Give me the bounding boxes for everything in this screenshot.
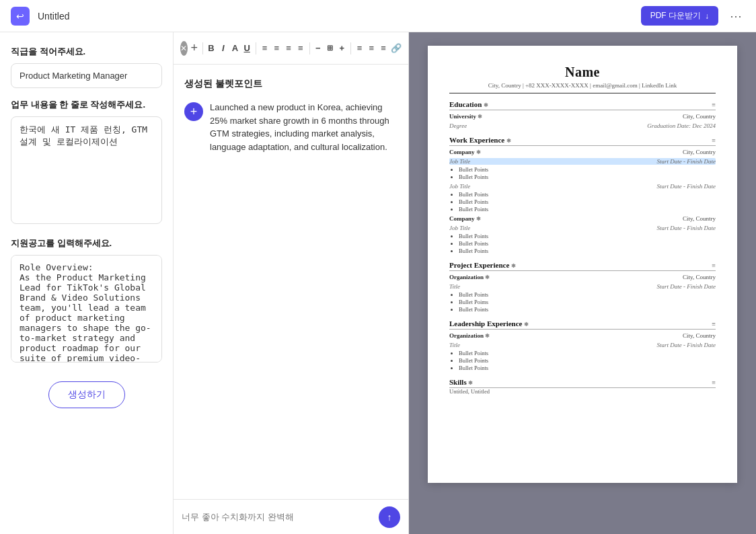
bold-button[interactable]: B <box>206 39 216 58</box>
underline-button[interactable]: U <box>242 39 252 58</box>
align-right-button[interactable]: ≡ <box>284 39 293 58</box>
work-section-header: Work Experience ✱ ≡ <box>449 136 716 146</box>
bullets-section-title: 생성된 불렛포인트 <box>184 78 398 90</box>
job-posting-label: 지원공고를 입력해주세요. <box>11 237 162 250</box>
university-city: City, Country <box>683 113 716 120</box>
pdf-download-button[interactable]: PDF 다운받기 ↓ <box>641 6 718 26</box>
resume-name: Name <box>449 65 716 80</box>
left-panel: 직급을 적어주세요. 업무 내용을 한 줄로 작성해주세요. 지원공고를 입력해… <box>0 32 174 534</box>
justify-button[interactable]: ≡ <box>296 39 305 58</box>
table-button[interactable]: ⊞ <box>326 39 335 58</box>
resume-contact: City, Country | +82 XXX-XXXX-XXXX | emai… <box>449 82 716 93</box>
formatting-toolbar: ✕ + B I A U ≡ ≡ ≡ ≡ − ⊞ + ≡ ≡ ≡ 🔗 <box>174 32 408 65</box>
add-toolbar-button[interactable]: + <box>190 40 198 56</box>
project-date: Start Date - Finish Date <box>657 283 716 290</box>
download-icon: ↓ <box>705 11 709 21</box>
chat-input[interactable] <box>182 512 373 522</box>
bullet-3-3: Bullet Points <box>459 247 716 254</box>
university-name: University ✱ <box>449 113 482 120</box>
decrease-size-button[interactable]: − <box>313 39 323 58</box>
skills-title: Skills ✱ <box>449 378 473 386</box>
bullet-3-2: Bullet Points <box>459 240 716 247</box>
leadership-section-header: Leadership Experience ✱ ≡ <box>449 319 716 330</box>
leadership-menu-icon[interactable]: ≡ <box>712 320 716 328</box>
job-title-section: 직급을 적어주세요. <box>11 46 162 88</box>
company-1: Company ✱ <box>449 149 481 155</box>
align-center-button[interactable]: ≡ <box>272 39 281 58</box>
leadership-date: Start Date - Finish Date <box>657 342 716 348</box>
job-title-1: Job Title <box>449 158 470 165</box>
more-options-button[interactable]: ⋯ <box>726 7 745 26</box>
add-bullet-button[interactable]: + <box>184 102 203 121</box>
job-desc-section: 업무 내용을 한 줄로 작성해주세요. <box>11 99 162 227</box>
chat-send-button[interactable]: ↑ <box>379 506 400 528</box>
bullet-2-2: Bullet Points <box>459 198 716 205</box>
work-bullets-2: Bullet Points Bullet Points Bullet Point… <box>459 191 716 213</box>
pdf-download-label: PDF 다운받기 <box>650 10 701 22</box>
generate-button[interactable]: 생성하기 <box>48 381 125 408</box>
work-bullets-1: Bullet Points Bullet Points <box>459 166 716 180</box>
job-date-3: Start Date - Finish Date <box>657 225 716 231</box>
resume-preview-panel: Name City, Country | +82 XXX-XXXX-XXXX |… <box>409 32 756 534</box>
project-city: City, Country <box>683 274 716 280</box>
bullet-list-button[interactable]: ≡ <box>355 39 365 58</box>
job-desc-input[interactable] <box>11 116 162 224</box>
proj-bullet-1: Bullet Points <box>459 291 716 298</box>
lead-bullet-1: Bullet Points <box>459 350 716 356</box>
chat-bar: ↑ <box>174 499 408 534</box>
topbar: ↩ Untitled PDF 다운받기 ↓ ⋯ <box>0 0 756 32</box>
work-entry-1-company: Company ✱ City, Country <box>449 149 716 155</box>
work-menu-icon[interactable]: ≡ <box>712 137 716 144</box>
company-3-city: City, Country <box>683 215 716 222</box>
project-org: Organization ✱ <box>449 274 490 280</box>
leadership-title: Leadership Experience ✱ <box>449 319 529 328</box>
education-degree-row: Degree Graduation Date: Dec 2024 <box>449 122 716 129</box>
project-bullets: Bullet Points Bullet Poims Bullet Points <box>459 291 716 313</box>
job-posting-section: 지원공고를 입력해주세요. <box>11 237 162 365</box>
indent-out-button[interactable]: ≡ <box>379 39 388 58</box>
work-bullets-3: Bullet Points Bullet Points Bullet Point… <box>459 233 716 254</box>
leadership-bullets: Bullet Points Bullet Points Bullet Point… <box>459 350 716 371</box>
work-title: Work Experience ✱ <box>449 136 511 144</box>
company-3: Company ✱ <box>449 215 481 222</box>
align-left-button[interactable]: ≡ <box>260 39 270 58</box>
leadership-city: City, Country <box>683 332 716 339</box>
bullet-item-0: + Launched a new product in Korea, achie… <box>184 101 398 153</box>
resume-paper: Name City, Country | +82 XXX-XXXX-XXXX |… <box>428 46 737 483</box>
increase-size-button[interactable]: + <box>338 39 347 58</box>
leadership-role-title: Title <box>449 342 460 348</box>
skills-content: Untitled, Untitled <box>449 388 716 395</box>
company-1-city: City, Country <box>683 149 716 155</box>
degree-name: Degree <box>449 122 467 129</box>
job-desc-label: 업무 내용을 한 줄로 작성해주세요. <box>11 99 162 111</box>
education-title: Education ✱ <box>449 100 488 108</box>
project-section-header: Project Experience ✱ ≡ <box>449 261 716 271</box>
project-menu-icon[interactable]: ≡ <box>712 262 716 269</box>
italic-button[interactable]: I <box>219 39 228 58</box>
proj-bullet-3: Bullet Points <box>459 306 716 313</box>
bullet-2-3: Bullet Points <box>459 206 716 213</box>
job-date-1: Start Date - Finish Date <box>657 158 716 165</box>
bullet-1-2: Bullet Points <box>459 174 716 180</box>
skills-section-header: Skills ✱ ≡ <box>449 378 716 388</box>
close-toolbar-button[interactable]: ✕ <box>180 41 188 56</box>
job-date-2: Start Date - Finish Date <box>657 183 716 190</box>
bullet-1-1: Bullet Points <box>459 166 716 173</box>
leadership-org: Organization ✱ <box>449 332 490 339</box>
bullets-content: 생성된 불렛포인트 + Launched a new product in Ko… <box>174 65 408 499</box>
skills-menu-icon[interactable]: ≡ <box>712 379 716 386</box>
education-menu-icon[interactable]: ≡ <box>712 101 716 108</box>
lead-bullet-3: Bullet Points <box>459 365 716 371</box>
lead-bullet-2: Bullet Points <box>459 357 716 364</box>
indent-in-button[interactable]: ≡ <box>367 39 377 58</box>
education-section-header: Education ✱ ≡ <box>449 100 716 110</box>
work-entry-1-jobtitle: Job Title Start Date - Finish Date <box>449 158 716 165</box>
job-posting-input[interactable] <box>11 255 162 363</box>
link-button[interactable]: 🔗 <box>391 39 402 58</box>
job-title-label: 직급을 적어주세요. <box>11 46 162 58</box>
middle-panel: ✕ + B I A U ≡ ≡ ≡ ≡ − ⊞ + ≡ ≡ ≡ 🔗 생성된 불렛… <box>174 32 409 534</box>
job-title-input[interactable] <box>11 63 162 88</box>
project-title-row: Title Start Date - Finish Date <box>449 283 716 290</box>
project-role-title: Title <box>449 283 460 290</box>
font-color-button[interactable]: A <box>231 39 240 58</box>
